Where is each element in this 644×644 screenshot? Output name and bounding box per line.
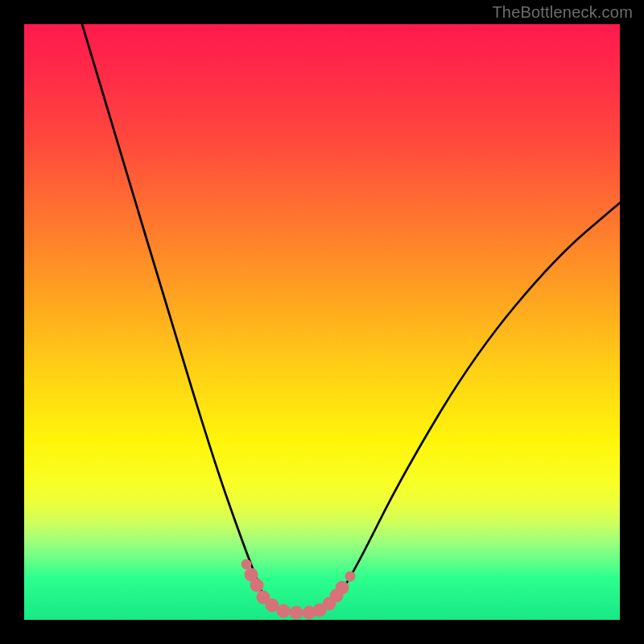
marker-dot: [345, 572, 356, 582]
marker-dot: [290, 606, 303, 620]
watermark-text: TheBottleneck.com: [492, 3, 633, 22]
outer-frame: TheBottleneck.com: [0, 0, 644, 644]
bottleneck-curve: [82, 24, 620, 612]
marker-dot: [277, 605, 291, 618]
curve-layer: [24, 24, 620, 620]
marker-dot: [250, 579, 264, 592]
curve-left-branch: [82, 24, 266, 602]
curve-right-branch: [334, 203, 620, 602]
marker-dot: [336, 581, 349, 595]
marker-dot: [242, 559, 252, 570]
plot-area: [24, 24, 620, 620]
marker-group: [242, 559, 356, 620]
